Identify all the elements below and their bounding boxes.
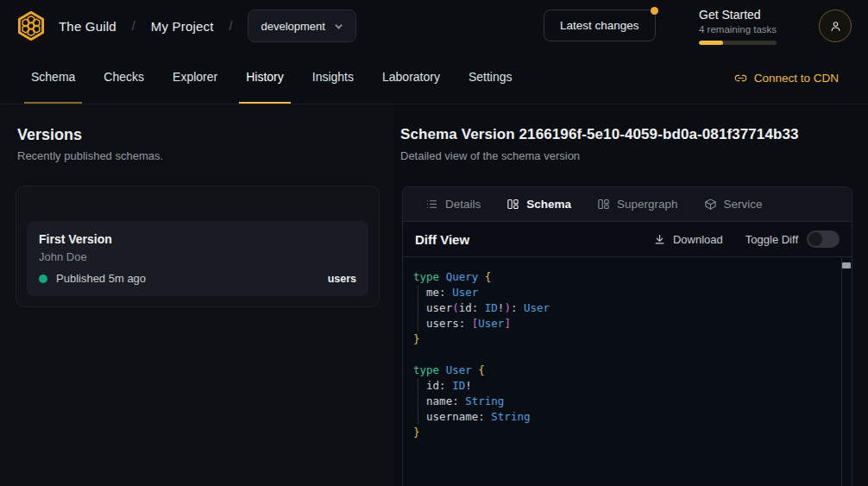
schema-version-detail-card: Details Schema Supergraph Service bbox=[402, 186, 852, 486]
diff-actions: Download Toggle Diff bbox=[653, 230, 840, 248]
switch-knob bbox=[808, 232, 822, 246]
user-menu-avatar[interactable] bbox=[819, 9, 852, 42]
toggle-diff-control: Toggle Diff bbox=[745, 230, 840, 248]
target-selector-dropdown[interactable]: development bbox=[248, 9, 355, 42]
connect-to-cdn-link[interactable]: Connect to CDN bbox=[734, 52, 839, 104]
code-line: users: [User] bbox=[413, 316, 831, 331]
versions-subtitle: Recently published schemas. bbox=[17, 149, 163, 162]
versions-panel: Versions Recently published schemas. Fir… bbox=[0, 104, 393, 486]
tab-details[interactable]: Details bbox=[415, 187, 491, 221]
toggle-diff-switch[interactable] bbox=[807, 230, 840, 248]
box-icon bbox=[704, 198, 717, 211]
code-line: type Query { bbox=[413, 269, 831, 285]
scrollbar-thumb[interactable] bbox=[842, 262, 851, 268]
download-icon bbox=[653, 233, 666, 246]
diff-view-title: Diff View bbox=[415, 232, 469, 247]
get-started-widget[interactable]: Get Started 4 remaining tasks bbox=[699, 8, 785, 45]
versions-title: Versions bbox=[17, 126, 82, 144]
schema-version-subtitle: Detailed view of the schema version bbox=[400, 149, 580, 162]
latest-changes-button[interactable]: Latest changes bbox=[544, 9, 656, 41]
project-nav: Schema Checks Explorer History Insights … bbox=[0, 52, 868, 104]
target-selector-value: development bbox=[261, 20, 324, 33]
code-line: name: String bbox=[413, 394, 831, 409]
get-started-progressbar bbox=[699, 41, 777, 45]
columns-icon bbox=[506, 198, 519, 211]
published-status-dot bbox=[39, 275, 47, 283]
columns-icon bbox=[597, 198, 610, 211]
code-line: type User { bbox=[413, 363, 831, 378]
detail-tabs: Details Schema Supergraph Service bbox=[403, 187, 852, 222]
code-block: type Query { me: User user(id: ID!): Use… bbox=[403, 257, 852, 440]
version-list-item[interactable]: First Version John Doe Published 5m ago … bbox=[27, 221, 368, 296]
nav-tab-laboratory[interactable]: Laboratory bbox=[375, 52, 447, 104]
hive-logo-icon[interactable] bbox=[14, 9, 48, 43]
diff-view-header: Diff View Download Toggle Diff bbox=[403, 222, 852, 257]
toggle-diff-label: Toggle Diff bbox=[745, 233, 798, 246]
code-line: user(id: ID!): User bbox=[413, 300, 831, 316]
tab-supergraph[interactable]: Supergraph bbox=[587, 187, 689, 221]
nav-tab-checks[interactable]: Checks bbox=[97, 52, 151, 104]
get-started-subtitle: 4 remaining tasks bbox=[699, 24, 785, 35]
version-status-row: Published 5m ago users bbox=[39, 272, 356, 285]
breadcrumb-separator: / bbox=[132, 19, 135, 33]
nav-tabs: Schema Checks Explorer History Insights … bbox=[24, 52, 519, 104]
scrollbar-track bbox=[841, 257, 842, 486]
code-line: id: ID! bbox=[413, 378, 831, 394]
code-line: me: User bbox=[413, 285, 831, 300]
schema-code-viewer[interactable]: type Query { me: User user(id: ID!): Use… bbox=[403, 257, 852, 486]
schema-version-title: Schema Version 2166196f-5e10-4059-bd0a-0… bbox=[400, 126, 799, 143]
breadcrumb-org[interactable]: The Guild bbox=[59, 19, 116, 34]
nav-tab-settings[interactable]: Settings bbox=[462, 52, 519, 104]
indent-guide bbox=[418, 378, 418, 425]
connect-to-cdn-label: Connect to CDN bbox=[754, 72, 839, 85]
top-bar: The Guild / My Project / development Lat… bbox=[0, 0, 868, 52]
chevron-down-icon bbox=[334, 22, 343, 31]
version-status: Published 5m ago bbox=[56, 272, 146, 285]
latest-changes-label: Latest changes bbox=[560, 19, 639, 32]
version-list-card: First Version John Doe Published 5m ago … bbox=[16, 186, 380, 307]
version-author: John Doe bbox=[39, 250, 356, 263]
user-icon bbox=[829, 20, 842, 33]
tab-schema[interactable]: Schema bbox=[496, 187, 582, 221]
nav-tab-insights[interactable]: Insights bbox=[305, 52, 361, 104]
progress-fill bbox=[699, 41, 723, 45]
code-line bbox=[413, 347, 831, 363]
nav-tab-explorer[interactable]: Explorer bbox=[166, 52, 224, 104]
version-service-badge: users bbox=[328, 273, 356, 285]
download-button[interactable]: Download bbox=[653, 233, 723, 246]
tab-service[interactable]: Service bbox=[694, 187, 773, 221]
link-icon bbox=[734, 72, 747, 85]
breadcrumb: The Guild / My Project / bbox=[59, 19, 232, 34]
indent-guide bbox=[418, 285, 418, 331]
list-icon bbox=[425, 198, 438, 211]
code-line: username: String bbox=[413, 409, 831, 425]
nav-tab-history[interactable]: History bbox=[239, 52, 291, 104]
breadcrumb-project[interactable]: My Project bbox=[151, 19, 214, 34]
notification-dot bbox=[651, 7, 658, 15]
code-line: } bbox=[413, 425, 831, 440]
breadcrumb-separator: / bbox=[230, 19, 233, 33]
schema-version-panel: Schema Version 2166196f-5e10-4059-bd0a-0… bbox=[393, 104, 868, 486]
nav-tab-schema[interactable]: Schema bbox=[24, 52, 82, 104]
get-started-title: Get Started bbox=[699, 8, 785, 22]
version-name: First Version bbox=[39, 232, 356, 246]
code-line: } bbox=[413, 331, 831, 347]
